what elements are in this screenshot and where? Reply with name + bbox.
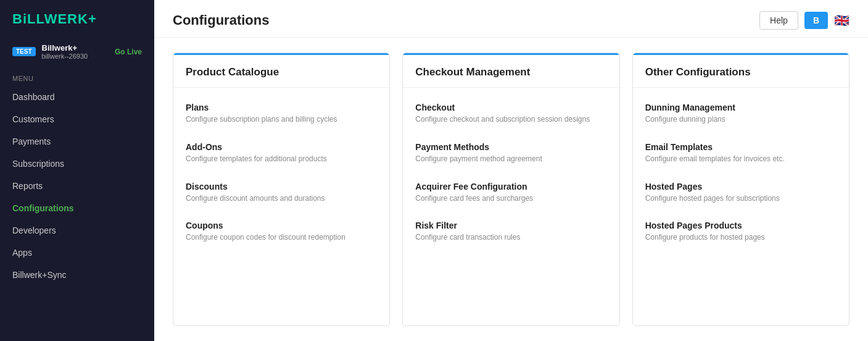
help-button[interactable]: Help [759, 11, 798, 30]
plans-item[interactable]: Plans Configure subscription plans and b… [173, 94, 389, 133]
sidebar-item-developers[interactable]: Developers [0, 219, 154, 242]
sidebar-item-dashboard[interactable]: Dashboard [0, 86, 154, 108]
other-configurations-header: Other Configurations [633, 53, 849, 88]
header-actions: Help B 🇬🇧 [759, 11, 849, 30]
logo-plus: + [88, 11, 97, 27]
acquirer-fee-item[interactable]: Acquirer Fee Configuration Configure car… [403, 173, 619, 213]
hosted-pages-products-item[interactable]: Hosted Pages Products Configure products… [633, 212, 849, 251]
product-catalogue-header: Product Catalogue [173, 53, 389, 88]
language-flag[interactable]: 🇬🇧 [834, 13, 849, 28]
menu-label: Menu [0, 69, 154, 86]
product-catalogue-body: Plans Configure subscription plans and b… [173, 88, 389, 326]
coupons-item[interactable]: Coupons Configure coupon codes for disco… [173, 212, 389, 251]
addons-item[interactable]: Add-Ons Configure templates for addition… [173, 133, 389, 173]
hosted-pages-item[interactable]: Hosted Pages Configure hosted pages for … [633, 173, 849, 213]
account-name: Billwerk+ [42, 43, 88, 53]
account-section: TEST Billwerk+ billwerk--26930 Go Live [0, 38, 154, 69]
product-catalogue-card: Product Catalogue Plans Configure subscr… [173, 53, 390, 326]
notification-button[interactable]: B [804, 12, 828, 29]
checkout-management-header: Checkout Management [403, 53, 619, 88]
logo: BiLLWERK+ [0, 0, 154, 38]
account-id: billwerk--26930 [42, 53, 88, 60]
cards-area: Product Catalogue Plans Configure subscr… [154, 38, 868, 341]
go-live-link[interactable]: Go Live [115, 48, 142, 56]
sidebar-item-configurations[interactable]: Configurations [0, 197, 154, 219]
sidebar-item-apps[interactable]: Apps [0, 242, 154, 264]
dunning-management-item[interactable]: Dunning Management Configure dunning pla… [633, 94, 849, 133]
other-configurations-card: Other Configurations Dunning Management … [632, 53, 849, 326]
sidebar-item-reports[interactable]: Reports [0, 175, 154, 197]
account-info: Billwerk+ billwerk--26930 [42, 43, 88, 60]
other-configurations-body: Dunning Management Configure dunning pla… [633, 88, 849, 326]
checkout-management-card: Checkout Management Checkout Configure c… [402, 53, 619, 326]
sidebar-item-subscriptions[interactable]: Subscriptions [0, 153, 154, 175]
sidebar: BiLLWERK+ TEST Billwerk+ billwerk--26930… [0, 0, 154, 341]
page-title: Configurations [173, 12, 269, 28]
main-content: Configurations Help B 🇬🇧 Product Catalog… [154, 0, 868, 341]
discounts-item[interactable]: Discounts Configure discount amounts and… [173, 173, 389, 213]
sidebar-item-billwerksync[interactable]: Billwerk+Sync [0, 264, 154, 286]
main-header: Configurations Help B 🇬🇧 [154, 0, 868, 38]
sidebar-item-payments[interactable]: Payments [0, 130, 154, 153]
email-templates-item[interactable]: Email Templates Configure email template… [633, 133, 849, 173]
account-badge: TEST [12, 47, 36, 56]
risk-filter-item[interactable]: Risk Filter Configure card transaction r… [403, 212, 619, 251]
logo-text: BiLLWERK [12, 11, 88, 27]
checkout-management-body: Checkout Configure checkout and subscrip… [403, 88, 619, 326]
payment-methods-item[interactable]: Payment Methods Configure payment method… [403, 133, 619, 173]
checkout-item[interactable]: Checkout Configure checkout and subscrip… [403, 94, 619, 133]
sidebar-item-customers[interactable]: Customers [0, 108, 154, 130]
